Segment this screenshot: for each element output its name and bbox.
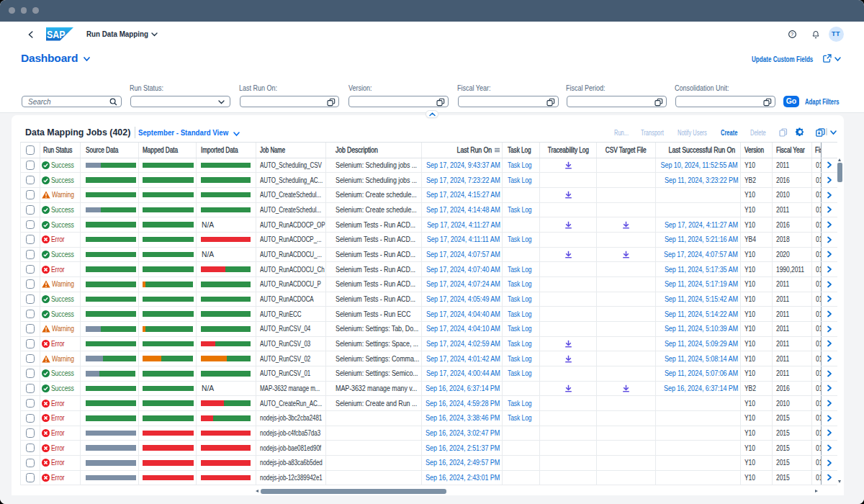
svg-text:SAP: SAP xyxy=(47,29,66,40)
svg-text:?: ? xyxy=(791,31,793,37)
